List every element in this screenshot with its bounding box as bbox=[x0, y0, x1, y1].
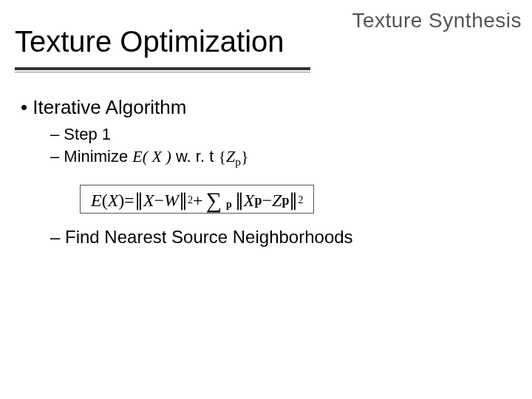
sigma-icon: ∑ bbox=[206, 188, 222, 212]
minimize-wrt: w. r. t bbox=[171, 147, 219, 166]
topic-label: Texture Synthesis bbox=[352, 9, 522, 33]
set-var: Z bbox=[226, 147, 235, 166]
set-sub: p bbox=[235, 155, 241, 168]
title-underline bbox=[15, 67, 310, 72]
minimize-prefix: Minimize bbox=[64, 147, 132, 166]
minimize-expr: E( X ) bbox=[132, 147, 171, 166]
eq-plus: + bbox=[193, 191, 203, 209]
eq-Zp-Z: Z bbox=[272, 191, 282, 209]
sigma-block: ∑ p bbox=[206, 191, 232, 209]
eq-equals: = bbox=[124, 191, 134, 209]
find-nearest-line: Find Nearest Source Neighborhoods bbox=[50, 227, 511, 248]
sigma-sub: p bbox=[226, 199, 232, 210]
eq-norm-open2: ∥ bbox=[235, 191, 244, 209]
content-area: Iterative Algorithm Step 1 Minimize E( X… bbox=[21, 96, 511, 250]
eq-minus1: − bbox=[154, 191, 165, 209]
eq-X1: X bbox=[143, 191, 154, 209]
eq-norm-close2: ∥ bbox=[289, 191, 298, 209]
eq-E: E bbox=[91, 191, 102, 209]
eq-sq1: 2 bbox=[188, 195, 193, 205]
page-title: Texture Optimization bbox=[15, 25, 310, 64]
eq-Zp-sub: p bbox=[282, 194, 289, 207]
eq-open: ( bbox=[102, 191, 108, 209]
eq-Xp-sub: p bbox=[255, 194, 262, 207]
step-1-label: Step 1 bbox=[50, 125, 511, 144]
eq-norm-open1: ∥ bbox=[134, 191, 143, 209]
eq-sq2: 2 bbox=[298, 195, 303, 205]
eq-close: ) bbox=[118, 191, 124, 209]
equation-box: E ( X ) = ∥ X − W ∥ 2 + ∑ p ∥ X p − Z p … bbox=[80, 185, 314, 213]
eq-W: W bbox=[164, 191, 179, 209]
eq-minus2: − bbox=[262, 191, 273, 209]
eq-X: X bbox=[108, 191, 119, 209]
eq-norm-close1: ∥ bbox=[179, 191, 188, 209]
minimize-line: Minimize E( X ) w. r. t {Zp} bbox=[50, 147, 511, 168]
equation: E ( X ) = ∥ X − W ∥ 2 + ∑ p ∥ X p − Z p … bbox=[91, 191, 303, 209]
set-close: } bbox=[241, 147, 249, 166]
bullet-iterative-algorithm: Iterative Algorithm bbox=[21, 96, 511, 119]
eq-Xp-X: X bbox=[244, 191, 255, 209]
set-open: { bbox=[218, 147, 226, 166]
title-block: Texture Optimization bbox=[15, 25, 310, 72]
